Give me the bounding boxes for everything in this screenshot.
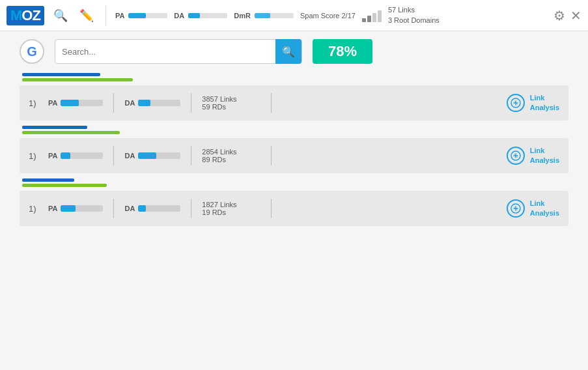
google-logo: G [20, 39, 44, 64]
result-da-label-3: DA [124, 205, 135, 212]
edit-icon[interactable]: ✏️ [77, 6, 96, 25]
divider-da-links-1 [191, 93, 191, 113]
spam-score: Spam Score 2/17 [300, 12, 356, 20]
da-metric-group: DA [174, 12, 227, 20]
result-da-label-2: DA [124, 152, 135, 160]
link-analysis-icon-3 [507, 199, 525, 218]
topbar-right: ⚙ ✕ [553, 8, 581, 23]
result-title-bar-3 [20, 178, 568, 187]
dmr-metric-group: DmR [234, 12, 294, 20]
links-info-2: 2854 Links 89 RDs [202, 148, 260, 164]
spam-seg-1 [362, 18, 366, 22]
gear-icon[interactable]: ⚙ [553, 8, 565, 23]
result-da-1: DA [124, 99, 180, 107]
da-bar-container [188, 13, 227, 18]
pa-metric-group: PA [115, 12, 167, 20]
divider-da-links-3 [191, 199, 191, 218]
links-info-1: 3857 Links 59 RDs [202, 95, 260, 111]
result-da-fill-1 [138, 100, 150, 106]
da-label: DA [174, 12, 184, 20]
result-da-bar-1 [138, 100, 180, 106]
result-da-bar-2 [138, 152, 180, 159]
result-title-bar-1 [20, 73, 568, 81]
rank-1: 1) [29, 98, 42, 108]
link-analysis-icon-2 [507, 147, 525, 165]
root-domains: 3 Root Domains [388, 16, 440, 25]
result-pa-label-1: PA [48, 99, 57, 107]
rank-3: 1) [29, 204, 42, 214]
rds-count-2: 89 RDs [202, 156, 260, 164]
result-block-3: 1) PA DA 1827 Links 19 [20, 178, 568, 226]
spam-seg-3 [372, 13, 376, 22]
dmr-bar-container [255, 13, 294, 18]
search-icon[interactable]: 🔍 [51, 6, 70, 25]
link-analysis-text-3: LinkAnalysis [530, 199, 559, 219]
divider-links-analysis-1 [271, 93, 272, 113]
result-da-bar-3 [138, 205, 180, 212]
links-count-1: 3857 Links [202, 95, 260, 103]
link-analysis-text-2: LinkAnalysis [530, 146, 559, 166]
spam-bar-visual [362, 9, 382, 22]
divider-da-links-2 [191, 146, 191, 165]
result-da-fill-3 [138, 205, 146, 212]
title-line-blue-1 [22, 73, 100, 76]
topbar: MOZ 🔍 ✏️ PA DA DmR Spam Score 2/17 57 Li… [0, 0, 588, 31]
title-line-blue-2 [22, 126, 87, 129]
search-box[interactable]: 🔍 [55, 39, 302, 64]
link-analysis-group-2[interactable]: LinkAnalysis [507, 146, 559, 166]
result-row-2: 1) PA DA 2854 Links 89 [20, 138, 568, 173]
search-button[interactable]: 🔍 [275, 39, 301, 64]
da-bar [188, 13, 200, 18]
links-info-3: 1827 Links 19 RDs [202, 201, 260, 216]
moz-logo: MOZ [7, 6, 44, 25]
result-block-2: 1) PA DA 2854 Links 89 [20, 126, 568, 173]
result-row-3: 1) PA DA 1827 Links 19 [20, 191, 568, 226]
result-pa-label-2: PA [48, 152, 57, 160]
link-analysis-group-3[interactable]: LinkAnalysis [507, 199, 559, 219]
links-count-2: 2854 Links [202, 148, 260, 156]
pa-bar [128, 13, 146, 18]
title-line-green-2 [22, 131, 120, 134]
pa-bar-container [128, 13, 167, 18]
rank-2: 1) [29, 151, 42, 161]
title-line-green-3 [22, 184, 107, 187]
results-container: 1) PA DA 3857 Links 59 [20, 73, 568, 226]
result-pa-bar-2 [61, 152, 103, 159]
spam-seg-4 [378, 10, 382, 22]
links-count: 57 Links [388, 5, 440, 15]
divider-1 [105, 6, 106, 25]
links-count-3: 1827 Links [202, 201, 260, 208]
result-pa-label-3: PA [48, 205, 57, 212]
links-group: 57 Links 3 Root Domains [388, 5, 440, 25]
divider-pa-da-1 [113, 93, 114, 113]
spam-seg-2 [367, 16, 371, 22]
result-da-3: DA [124, 205, 180, 212]
result-pa-fill-2 [61, 152, 70, 159]
result-pa-3: PA [48, 205, 103, 212]
divider-pa-da-2 [113, 146, 114, 165]
divider-links-analysis-3 [271, 199, 272, 218]
result-row-1: 1) PA DA 3857 Links 59 [20, 85, 568, 121]
divider-links-analysis-2 [271, 146, 272, 165]
divider-pa-da-3 [113, 199, 114, 218]
main-content: G 🔍 78% 1) PA [0, 31, 588, 370]
rds-count-3: 19 RDs [202, 208, 260, 216]
result-da-label-1: DA [124, 99, 135, 107]
link-analysis-icon-1 [507, 94, 525, 112]
close-icon[interactable]: ✕ [570, 8, 581, 23]
rds-count-1: 59 RDs [202, 103, 260, 111]
pa-label: PA [115, 12, 124, 20]
search-area: G 🔍 78% [20, 39, 568, 64]
link-analysis-group-1[interactable]: LinkAnalysis [507, 93, 559, 113]
dmr-bar [255, 13, 270, 18]
search-input[interactable] [55, 47, 275, 57]
search-btn-icon: 🔍 [282, 46, 295, 58]
result-da-fill-2 [138, 152, 156, 159]
result-block-1: 1) PA DA 3857 Links 59 [20, 73, 568, 121]
result-title-bar-2 [20, 126, 568, 134]
result-da-2: DA [124, 152, 180, 160]
result-pa-fill-3 [61, 205, 75, 212]
result-pa-2: PA [48, 152, 103, 160]
dmr-label: DmR [234, 12, 251, 20]
result-pa-fill-1 [61, 100, 78, 106]
